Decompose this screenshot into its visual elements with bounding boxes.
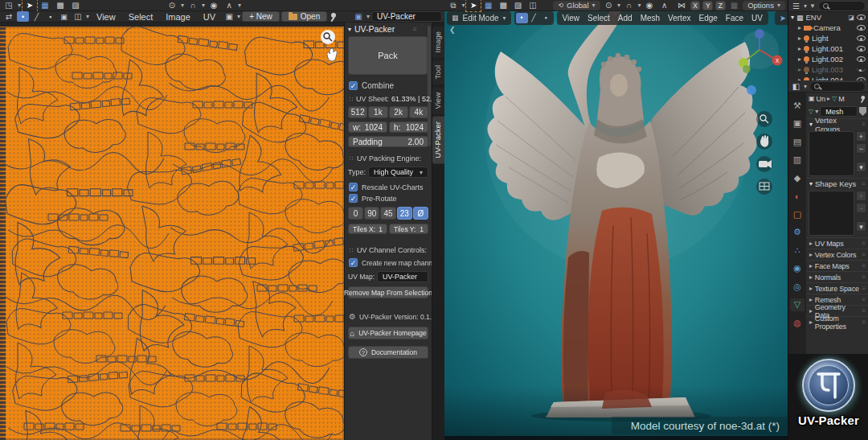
tab-view[interactable]: View <box>432 87 444 114</box>
image-name-field[interactable]: UV-Packer <box>371 11 442 22</box>
select-subtract-icon[interactable]: ▨ <box>512 0 524 10</box>
rotate-90-button[interactable]: 90 <box>364 207 379 220</box>
uv-select-face-icon[interactable]: ▪ <box>44 11 56 22</box>
create-channel-checkbox[interactable]: ✓ Create new map channel <box>349 258 438 267</box>
panel-custom-properties[interactable]: ▸ Custom Properties≡ <box>806 316 868 327</box>
eye-closed-icon[interactable] <box>857 68 866 72</box>
mirror-z-button[interactable]: Z <box>715 1 726 10</box>
collection-row-env[interactable]: ▾ ▦ ENV ◪ <box>788 12 868 23</box>
uv-sync-select-icon[interactable]: ⇄ <box>2 11 15 22</box>
documentation-button[interactable]: ? Documentation <box>348 346 428 359</box>
pivot-point-icon[interactable]: ⊙ <box>603 0 615 10</box>
pin-icon[interactable] <box>859 95 866 103</box>
uv-select-vertex-icon[interactable]: • <box>17 11 29 22</box>
eye-icon[interactable] <box>857 56 866 62</box>
panel-title-row[interactable]: ▾ UV-Packer ≡ <box>348 24 416 34</box>
shape-keys-panel-header[interactable]: ▾ Shape Keys ≡ <box>806 178 868 189</box>
outliner-item-light002[interactable]: ▸ Light.002 <box>788 54 868 64</box>
disclosure-triangle-icon[interactable]: ▸ <box>798 24 801 31</box>
face-select-icon[interactable]: ▪ <box>540 13 552 23</box>
tab-render[interactable]: ▣ <box>790 117 805 130</box>
shape-key-specials-icon[interactable]: ▾ <box>856 221 866 232</box>
viewport-3d[interactable]: X ❮ ▦ <box>444 0 788 440</box>
select-box-icon[interactable]: ▦ <box>39 0 51 10</box>
tiles-x-field[interactable]: Tiles X:1 <box>348 224 387 234</box>
tweak-tool-icon[interactable]: ➤ <box>23 0 36 10</box>
select-box-icon[interactable]: ▦ <box>482 0 494 10</box>
edge-select-icon[interactable]: ╱ <box>528 13 540 23</box>
padding-slider[interactable]: Padding2.00 <box>348 136 428 147</box>
uv-editor-type-icon[interactable]: ◳ <box>2 0 15 10</box>
panel-uv-maps[interactable]: ▸ UV Maps≡ <box>806 237 868 249</box>
orientation-dropdown[interactable]: ⟲ Global ▾ <box>553 1 600 10</box>
eye-icon[interactable] <box>857 14 866 20</box>
proportional-falloff-icon[interactable]: ∧ <box>658 0 670 10</box>
viewport-editor-type-icon[interactable]: ⧉ <box>447 0 459 10</box>
disclosure-triangle-icon[interactable]: ▸ <box>798 45 801 52</box>
panel-face-maps[interactable]: ▸ Face Maps≡ <box>806 260 868 271</box>
rotate-23-button[interactable]: 23 <box>397 207 412 220</box>
add-shape-key-button[interactable]: + <box>856 191 866 201</box>
menu-image[interactable]: Image <box>160 12 196 22</box>
mirror-y-button[interactable]: Y <box>702 1 713 10</box>
panel-normals[interactable]: ▸ Normals≡ <box>806 271 868 282</box>
rotate-0-button[interactable]: 0 <box>348 207 363 220</box>
tab-scene[interactable]: ◆ <box>790 171 805 184</box>
pack-button[interactable]: Pack <box>348 36 428 75</box>
prerotate-checkbox[interactable]: ✓ Pre-Rotate <box>349 194 397 203</box>
snap-grid-icon[interactable]: ▦ <box>728 0 740 10</box>
height-field[interactable]: h:1024 <box>389 121 428 133</box>
vertex-groups-panel-header[interactable]: ▾ Vertex Groups ≡ <box>806 118 868 130</box>
tab-object[interactable]: ▢ <box>790 208 805 220</box>
homepage-button[interactable]: ⌂ UV-Packer Homepage <box>348 327 428 339</box>
proportional-edit-icon[interactable]: ◉ <box>643 0 655 10</box>
outliner-search-input[interactable] <box>818 1 866 11</box>
width-field[interactable]: w:1024 <box>348 121 387 133</box>
properties-search-input[interactable] <box>809 81 866 92</box>
rotate-free-button[interactable]: Ø <box>413 207 428 220</box>
image-datablock-icon[interactable]: ▣ <box>352 11 365 22</box>
disclosure-triangle-icon[interactable]: ▸ <box>798 56 801 63</box>
outliner-item-light003[interactable]: ▸ Light.003 <box>788 64 868 75</box>
mode-dropdown[interactable]: ▦ Edit Mode ▾ <box>447 11 511 25</box>
exclude-checkbox-icon[interactable]: ◪ <box>848 14 854 21</box>
tab-material[interactable]: ◍ <box>790 316 805 329</box>
uv-select-island-icon[interactable]: ▣ <box>58 11 70 22</box>
add-vertex-group-button[interactable]: + <box>856 131 866 142</box>
mirror-x-button[interactable]: X <box>690 1 701 10</box>
tab-world[interactable]: ◐ <box>790 190 805 203</box>
proportional-falloff-icon[interactable]: ∧ <box>223 0 235 10</box>
panel-vertex-colors[interactable]: ▸ Vertex Colors≡ <box>806 249 868 260</box>
eye-icon[interactable] <box>857 35 866 41</box>
sticky-select-icon[interactable]: ◫ <box>72 11 84 22</box>
tiles-y-field[interactable]: Tiles Y:1 <box>389 224 428 234</box>
menu-select[interactable]: Select <box>123 12 159 22</box>
outliner-item-light[interactable]: ▸ Light <box>788 33 868 43</box>
eye-icon[interactable] <box>857 46 866 51</box>
size-1k-button[interactable]: 1k <box>368 106 387 118</box>
new-image-button[interactable]: + New <box>242 11 280 22</box>
menu-add[interactable]: Add <box>614 14 637 23</box>
menu-uv[interactable]: UV <box>747 14 767 23</box>
size-4k-button[interactable]: 4k <box>409 106 428 118</box>
combine-checkbox[interactable]: ✓ Combine <box>349 81 394 90</box>
tweak-tool-icon[interactable]: ➤ <box>467 0 479 10</box>
disclosure-triangle-icon[interactable]: ▸ <box>798 35 801 42</box>
tab-tool[interactable]: ⚒ <box>790 99 805 112</box>
remove-shape-key-button[interactable]: − <box>856 203 866 213</box>
tab-tool[interactable]: Tool <box>432 60 444 84</box>
pin-icon[interactable] <box>329 12 337 22</box>
tab-uv-packer[interactable]: UV-Packer <box>432 116 444 163</box>
vertex-groups-list[interactable] <box>809 131 854 176</box>
menu-face[interactable]: Face <box>722 14 747 23</box>
shape-keys-list[interactable] <box>809 191 854 236</box>
menu-mesh[interactable]: Mesh <box>637 14 664 23</box>
menu-view[interactable]: View <box>91 12 121 22</box>
outliner-item-camera[interactable]: ▸ Camera <box>788 23 868 33</box>
tab-object-data[interactable]: ▽ <box>790 298 805 311</box>
uv-select-edge-icon[interactable]: ╱ <box>31 11 43 22</box>
remove-vertex-group-button[interactable]: − <box>856 143 866 154</box>
size-512-button[interactable]: 512 <box>348 106 367 118</box>
vertex-group-specials-icon[interactable]: ▾ <box>856 162 866 172</box>
remove-map-button[interactable]: Remove Map From Selection <box>348 286 428 298</box>
